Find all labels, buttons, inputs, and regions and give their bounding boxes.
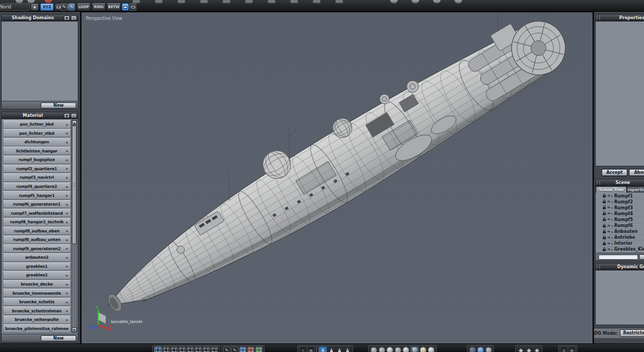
shading-domains-header[interactable]: Shading Domains ▼ ×	[2, 14, 78, 21]
new-material-button[interactable]: New	[41, 335, 76, 341]
preview-shading-icon[interactable]	[428, 347, 435, 352]
gear-tool-icon[interactable]: ◉	[568, 347, 575, 352]
material-item[interactable]: rumpf4_quartiere2 ▶	[3, 182, 71, 191]
material-expand-arrow-icon[interactable]: ▶	[66, 247, 68, 250]
material-expand-arrow-icon[interactable]: ▶	[66, 194, 68, 197]
primitive-icon-partial[interactable]	[199, 1, 208, 4]
ellipse-mode-toggle[interactable]	[129, 3, 136, 11]
lock-icon[interactable]	[603, 249, 606, 251]
material-expand-arrow-icon[interactable]: ▶	[66, 327, 68, 330]
panel-menu-icon[interactable]: ▼	[64, 16, 70, 20]
wireframe-shading-icon[interactable]	[370, 347, 377, 352]
gear-sphere-icon[interactable]	[485, 347, 492, 352]
material-expand-arrow-icon[interactable]: ▶	[66, 256, 68, 259]
loop-select-button[interactable]: LOOP	[77, 3, 91, 11]
layout-quad-icon[interactable]	[163, 347, 170, 352]
material-item[interactable]: dichtungen ▶	[3, 138, 71, 146]
scene-tree-row[interactable]: ∞ ▸ Rumpf1	[596, 193, 644, 199]
pen-tool-icon[interactable]: ✎	[61, 3, 68, 11]
material-item[interactable]: rumpf_bugspitze ▶	[3, 156, 71, 164]
primitive-icon-partial[interactable]	[334, 1, 343, 4]
material-item[interactable]: rumpf3_navictrl ▶	[3, 173, 71, 182]
scene-tree-row[interactable]: ∞ ▸ Antriebe	[596, 235, 644, 241]
material-expand-arrow-icon[interactable]: ▶	[66, 211, 68, 215]
pencil-tool-icon[interactable]: ✎	[223, 347, 230, 352]
new-shading-domain-button[interactable]: New	[41, 102, 76, 108]
material-item[interactable]: rumpf2_quartiere1 ▶	[3, 165, 71, 173]
scene-filter-input[interactable]	[598, 254, 638, 260]
visibility-eye-icon[interactable]: ∞	[607, 195, 611, 197]
xyz-axis-button[interactable]: XYZ	[40, 3, 54, 11]
material-item[interactable]: rumpf9_generatoren2 ▶	[3, 244, 71, 253]
material-expand-arrow-icon[interactable]: ▶	[66, 149, 68, 152]
expand-caret-icon[interactable]: ▸	[612, 230, 613, 233]
primitive-icon-partial[interactable]	[222, 1, 231, 4]
material-item[interactable]: rumpf8_aufbau_oben ▶	[3, 226, 71, 235]
material-item[interactable]: bruecke_seitenpulte ▶	[3, 316, 71, 324]
scene-tree-row[interactable]: ∞ ▸ Greebles_Kle	[596, 247, 644, 253]
shaded-wire-icon[interactable]	[394, 347, 401, 352]
expand-caret-icon[interactable]: ▸	[612, 248, 613, 251]
toolbar-icon-partial[interactable]	[411, 0, 420, 4]
material-expand-arrow-icon[interactable]: ▶	[66, 300, 68, 304]
layout-split-icon[interactable]	[211, 347, 218, 352]
expand-caret-icon[interactable]: ▸	[612, 236, 613, 239]
material-expand-arrow-icon[interactable]: ▶	[66, 141, 68, 144]
cube-mode-icon[interactable]: ◆	[533, 347, 540, 352]
material-item[interactable]: rumpf5_hangar1 ▶	[3, 191, 71, 200]
visibility-eye-icon[interactable]: ∞	[607, 201, 611, 203]
visibility-eye-icon[interactable]: ∞	[607, 207, 611, 209]
lock-icon[interactable]	[603, 237, 606, 239]
lock-icon[interactable]	[603, 243, 606, 245]
material-expand-arrow-icon[interactable]: ▶	[66, 283, 68, 286]
dynamic-geometry-header[interactable]: Dynamic Geometry	[596, 263, 644, 270]
texture-wire-shading-icon[interactable]	[411, 346, 418, 352]
dg-mode-button[interactable]: Restricted	[620, 329, 644, 337]
properties-header[interactable]: Properties	[596, 14, 644, 21]
material-expand-arrow-icon[interactable]: ▶	[66, 203, 68, 206]
uv-grid-green-icon[interactable]	[255, 347, 262, 352]
rectangle-mode-toggle[interactable]	[122, 3, 129, 11]
world-dropdown-arrow-icon[interactable]: ▼	[31, 3, 39, 11]
material-expand-arrow-icon[interactable]: ▶	[66, 131, 68, 135]
scene-tree-row[interactable]: ∞ ▸ Rumpf5	[596, 217, 644, 223]
panel-close-icon[interactable]: ×	[71, 113, 77, 118]
abort-button[interactable]: Abort	[629, 169, 644, 176]
primitive-icon-partial[interactable]	[312, 1, 321, 4]
expand-caret-icon[interactable]: ▸	[612, 206, 613, 209]
scene-header[interactable]: Scene	[596, 179, 644, 186]
panel-menu-icon[interactable]: ▼	[64, 113, 70, 118]
tool-icon[interactable]: ◉	[308, 347, 314, 352]
material-expand-arrow-icon[interactable]: ▶	[66, 185, 68, 188]
ring-select-button[interactable]: RING	[92, 3, 106, 11]
pen-select-tool-icon[interactable]: ✎	[68, 3, 75, 11]
material-expand-arrow-icon[interactable]: ▶	[66, 274, 68, 277]
wireframe-ship[interactable]	[82, 12, 592, 343]
expand-caret-icon[interactable]: ▸	[612, 224, 613, 228]
visibility-eye-icon[interactable]: ∞	[607, 237, 611, 239]
material-item[interactable]: bruecke_decke ▶	[3, 280, 71, 289]
toolbar-icon-partial[interactable]	[433, 0, 441, 4]
primitive-icon-partial[interactable]	[244, 1, 253, 4]
material-item[interactable]: rumpf7_waffenleitstand ▶	[3, 209, 71, 217]
layout-single-icon[interactable]	[155, 347, 162, 352]
material-scrollbar[interactable]: ▲ ▼	[71, 120, 77, 333]
actor-icon[interactable]: ♟	[344, 347, 351, 352]
material-item[interactable]: anbauten2 ▶	[3, 253, 71, 262]
accept-button[interactable]: Accept	[602, 169, 627, 176]
material-item[interactable]: bruecke_schotts ▶	[3, 298, 71, 306]
material-expand-arrow-icon[interactable]: ▶	[66, 309, 68, 312]
material-item[interactable]: rumpf8_aufbau_unten ▶	[3, 236, 71, 244]
visibility-eye-icon[interactable]: ∞	[607, 225, 611, 227]
lock-icon[interactable]	[603, 195, 606, 197]
layout-split-icon[interactable]	[179, 347, 186, 352]
scene-filter-button[interactable]: S	[639, 254, 644, 260]
primitive-icon-partial[interactable]	[177, 1, 186, 4]
panel-close-icon[interactable]: ×	[71, 16, 77, 20]
expand-caret-icon[interactable]: ▸	[612, 194, 613, 197]
material-item[interactable]: bruecke_innenwaende ▶	[3, 289, 71, 297]
lock-icon[interactable]	[603, 201, 606, 203]
tab-properties[interactable]: Properties	[627, 186, 644, 193]
uv-grid-blue-icon[interactable]	[239, 347, 246, 352]
material-expand-arrow-icon[interactable]: ▶	[66, 176, 68, 179]
